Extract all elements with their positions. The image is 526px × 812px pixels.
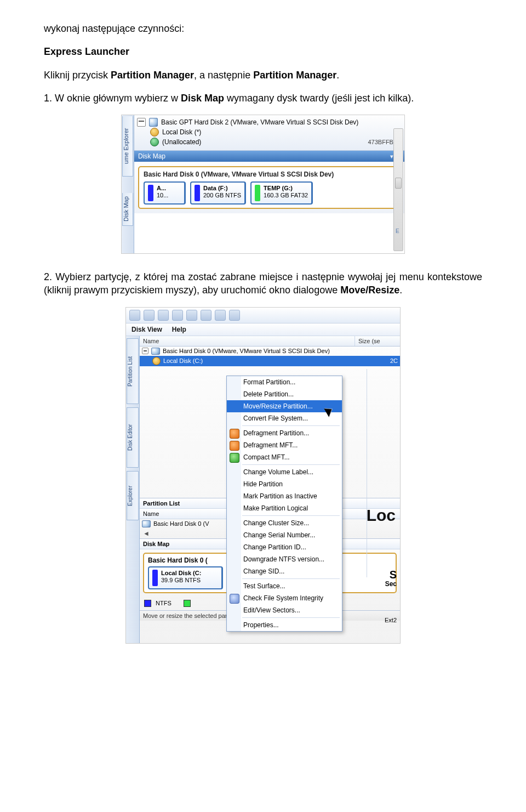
menu-item-label: Test Surface... xyxy=(243,582,285,590)
step-1: 1. W oknie głównym wybierz w Disk Map wy… xyxy=(44,92,482,105)
menu-help[interactable]: Help xyxy=(172,326,186,333)
toolbar-icon[interactable] xyxy=(201,310,211,321)
defragment-icon xyxy=(230,441,239,451)
diskmap-panel-title: Disk Map xyxy=(138,152,165,160)
legend-swatch-other xyxy=(184,600,191,607)
context-menu-item[interactable]: Check File System Integrity xyxy=(227,592,342,604)
list-item[interactable]: Basic Hard Disk 0 (VMware, VMware Virtua… xyxy=(140,347,400,356)
partition-swatch xyxy=(148,185,153,201)
context-menu-item[interactable]: Convert File System... xyxy=(227,412,342,424)
intro-line: wykonaj następujące czynności: xyxy=(44,22,482,35)
toolbar-icon[interactable] xyxy=(158,310,169,321)
menu-separator xyxy=(242,578,340,579)
context-menu-item[interactable]: Properties... xyxy=(227,619,342,631)
toolbar-icon[interactable] xyxy=(215,310,226,321)
express-launcher-heading: Express Launcher xyxy=(44,45,482,58)
toolbar-icon[interactable] xyxy=(144,310,155,321)
menu-item-label: Mark Partition as Inactive xyxy=(243,492,317,500)
menu-item-label: Hide Partition xyxy=(243,480,283,488)
toolbar-icon[interactable] xyxy=(129,310,140,321)
context-menu-item[interactable]: Compact MFT... xyxy=(227,451,342,463)
menu-item-label: Check File System Integrity xyxy=(243,594,323,602)
partition-swatch xyxy=(152,570,158,586)
right-loc-label: Loc xyxy=(367,506,396,525)
context-menu-item[interactable]: Change Partition ID... xyxy=(227,541,342,553)
step-2: 2. Wybierz partycję, z której ma zostać … xyxy=(44,270,482,297)
diskmap-area: Basic Hard Disk 0 (VMware, VMware Virtua… xyxy=(134,162,404,213)
menu-item-label: Compact MFT... xyxy=(243,453,290,461)
screenshot-context-menu: Disk View Help Partition List Disk Edito… xyxy=(125,307,401,644)
vtab-partition-list[interactable]: Partition List xyxy=(127,338,139,404)
col-name[interactable]: Name xyxy=(140,336,355,346)
vtab-explorer[interactable]: Explorer xyxy=(127,471,139,520)
context-menu-item[interactable]: Mark Partition as Inactive xyxy=(227,490,342,502)
legend-label: NTFS xyxy=(156,600,171,606)
disk-icon xyxy=(142,520,151,527)
menu-separator xyxy=(242,515,340,516)
tree-local-disk[interactable]: Local Disk (*) xyxy=(150,128,395,137)
menu-item-label: Downgrade NTFS version... xyxy=(243,555,324,563)
sidebar-tab-explorer[interactable]: ume Explorer xyxy=(122,116,133,177)
list-item-label: Basic Hard Disk 0 (V xyxy=(153,520,209,527)
context-menu-item[interactable]: Delete Partition... xyxy=(227,388,342,400)
list-header: Name Size (se xyxy=(140,336,400,347)
menu-separator xyxy=(242,617,340,618)
partition[interactable]: A...10... xyxy=(144,181,186,205)
tree-unallocated[interactable]: (Unallocated) xyxy=(150,138,368,146)
context-menu-item[interactable]: Change Cluster Size... xyxy=(227,517,342,529)
context-menu-item[interactable]: Change Volume Label... xyxy=(227,466,342,478)
menu-item-label: Make Partition Logical xyxy=(243,504,308,512)
context-menu-item[interactable]: Defragment MFT... xyxy=(227,439,342,451)
context-menu-item[interactable]: Defragment Partition... xyxy=(227,427,342,439)
collapse-icon[interactable] xyxy=(142,348,148,354)
tree-disk2-label: Basic GPT Hard Disk 2 (VMware, VMware Vi… xyxy=(161,118,358,126)
context-menu-item[interactable]: Format Partition... xyxy=(227,376,342,388)
collapse-icon[interactable] xyxy=(137,118,146,127)
context-menu-item[interactable]: Change Serial Number... xyxy=(227,529,342,541)
context-menu-item[interactable]: Downgrade NTFS version... xyxy=(227,553,342,565)
partition-label: Local Disk (C:39.9 GB NTFS xyxy=(161,570,201,584)
menu-item-label: Defragment Partition... xyxy=(243,429,309,437)
menu-item-label: Defragment MFT... xyxy=(243,441,298,449)
scrollbar-thumb[interactable] xyxy=(395,178,402,189)
partition[interactable]: TEMP (G:)160.3 GB FAT32 xyxy=(250,181,313,205)
list-item[interactable]: Local Disk (C:)2C xyxy=(140,356,400,366)
sidebar-tab-diskmap[interactable]: Disk Map xyxy=(122,193,133,226)
check-icon xyxy=(230,594,239,604)
context-menu-item[interactable]: Hide Partition xyxy=(227,478,342,490)
context-menu: Format Partition...Delete Partition...Mo… xyxy=(226,376,342,632)
vtab-disk-editor[interactable]: Disk Editor xyxy=(127,407,139,468)
right-ext-label: Ext2 xyxy=(385,617,397,623)
drive-icon xyxy=(152,357,161,365)
toolbar xyxy=(126,308,400,323)
toolbar-icon[interactable] xyxy=(186,310,197,321)
context-menu-item[interactable]: Test Surface... xyxy=(227,580,342,592)
disk-icon xyxy=(149,118,158,127)
tree-disk2[interactable]: Basic GPT Hard Disk 2 (VMware, VMware Vi… xyxy=(137,118,401,127)
partition-label: A...10... xyxy=(157,185,168,199)
partition[interactable]: Data (F:)200 GB NTFS xyxy=(190,181,246,205)
scrollbar-vertical[interactable]: E xyxy=(393,128,403,251)
unallocated-icon xyxy=(150,138,159,146)
list-item-label: Local Disk (C:) xyxy=(163,357,203,364)
menu-item-label: Change Serial Number... xyxy=(243,531,315,539)
context-menu-item[interactable]: Make Partition Logical xyxy=(227,502,342,514)
defragment-icon xyxy=(230,429,239,439)
menu-item-label: Properties... xyxy=(243,621,279,629)
list-item-label: Basic Hard Disk 0 (VMware, VMware Virtua… xyxy=(163,348,330,354)
menu-item-label: Convert File System... xyxy=(243,414,308,422)
menu-separator xyxy=(242,464,340,465)
col-size[interactable]: Size (se xyxy=(355,336,400,346)
menu-disk-view[interactable]: Disk View xyxy=(132,326,162,333)
disk-icon xyxy=(151,348,160,355)
context-menu-item[interactable]: Edit/View Sectors... xyxy=(227,604,342,616)
menu-separator xyxy=(242,425,340,426)
main-area: Name Size (se Basic Hard Disk 0 (VMware,… xyxy=(140,336,400,643)
toolbar-icon[interactable] xyxy=(172,310,183,321)
mouse-cursor-icon xyxy=(326,406,334,417)
toolbar-icon[interactable] xyxy=(229,310,240,321)
menu-item-label: Move/Resize Partition... xyxy=(243,402,313,410)
right-sec-label: S Sec xyxy=(385,569,397,588)
context-menu-item[interactable]: Change SID... xyxy=(227,565,342,577)
disk-box[interactable]: Basic Hard Disk 0 (VMware, VMware Virtua… xyxy=(138,166,400,209)
